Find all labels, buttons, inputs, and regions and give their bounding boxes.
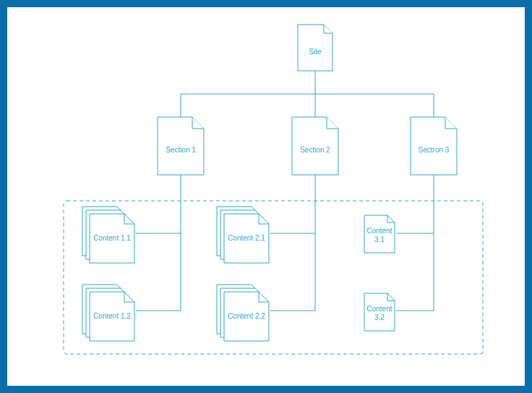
node-section-3 [411,117,457,175]
node-section-2 [292,117,338,175]
page-shapes [158,25,457,175]
content-shapes [82,207,395,341]
node-content-2-1 [217,207,269,263]
node-content-2-2 [217,285,269,341]
sitemap-svg [7,7,525,386]
node-site [298,25,332,71]
connectors [136,71,434,311]
diagram-border: Site Section 1 Section 2 Sectron 3 Conte… [0,0,532,393]
node-content-1-1 [82,207,134,263]
node-content-3-1 [364,215,395,253]
node-content-3-2 [364,293,395,331]
node-content-1-2 [82,285,134,341]
node-section-1 [158,117,204,175]
